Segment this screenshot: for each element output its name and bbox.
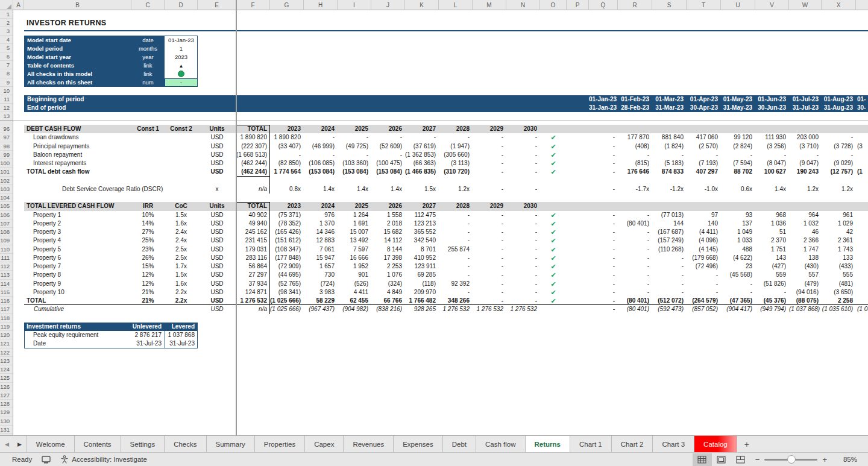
cell-S97[interactable]: 881 840 [652, 133, 687, 142]
cell-J101[interactable]: (153 084) [371, 168, 405, 176]
cell-I99[interactable]: - [338, 151, 371, 159]
cell-L98[interactable]: (1 947) [439, 142, 473, 151]
cell-X101[interactable]: (12 757) [822, 168, 856, 176]
cell-D106[interactable]: 1.5x [165, 211, 198, 219]
cell-U109[interactable]: 1 033 [721, 236, 755, 245]
tab-revenues[interactable]: Revenues [344, 436, 394, 452]
cell-U100[interactable]: (7 594) [721, 159, 755, 168]
cell-J100[interactable]: (100 475) [371, 159, 405, 168]
row-header-10[interactable]: 10 [0, 87, 13, 95]
cell-U103[interactable]: 0.6x [721, 185, 755, 194]
cell-R112[interactable]: - [618, 262, 652, 271]
cell-J113[interactable]: 1 076 [371, 271, 405, 279]
cell-L100[interactable]: (3 113) [439, 159, 473, 168]
cell-R98[interactable]: (408) [618, 142, 652, 151]
cell-H110[interactable]: 7 061 [304, 245, 338, 254]
cell-E103[interactable]: x [198, 185, 236, 194]
cell-R101[interactable]: 176 646 [618, 168, 652, 176]
row-header-6[interactable]: 6 [0, 52, 13, 61]
cell-N108[interactable]: - [506, 228, 540, 236]
row-label-98[interactable]: Principal repayments [33, 142, 89, 151]
cell-I114[interactable]: (526) [338, 280, 371, 288]
cell-M114[interactable]: - [473, 280, 506, 288]
cell-Q97[interactable]: - [589, 133, 618, 142]
cell-N105[interactable]: 2030 [506, 202, 540, 210]
cell-D112[interactable]: 1.7x [165, 262, 198, 271]
row-header-8[interactable]: 8 [0, 69, 13, 78]
cell-N100[interactable]: - [506, 159, 540, 168]
cell-S103[interactable]: -1.2x [652, 185, 687, 194]
cell-I97[interactable]: - [338, 133, 371, 142]
cell-K96[interactable]: 2027 [405, 125, 439, 133]
cell-G103[interactable]: 0.8x [270, 185, 304, 194]
cell-M116[interactable]: - [473, 297, 506, 305]
row-header-12[interactable]: 12 [0, 104, 13, 112]
row-header-4[interactable]: 4 [0, 36, 13, 44]
cell-K99[interactable]: (1 362 853) [405, 151, 439, 159]
column-header-M[interactable]: M [473, 0, 506, 10]
row-label-115[interactable]: Property 10 [33, 288, 64, 297]
cell-E101[interactable]: USD [198, 168, 236, 176]
cell-W112[interactable]: (430) [789, 262, 822, 271]
debt-section-const1-header[interactable]: Const 1 [131, 125, 165, 133]
row-header-104[interactable]: 104 [0, 194, 13, 202]
cell-V115[interactable]: - [755, 288, 789, 297]
cell-R115[interactable]: - [618, 288, 652, 297]
cell-L111[interactable]: - [439, 254, 473, 262]
row-header-122[interactable]: 122 [0, 348, 13, 357]
cell-T103[interactable]: -1.0x [687, 185, 721, 194]
row-label-117[interactable]: Cumulative [34, 305, 64, 313]
cell-X112[interactable]: (433) [822, 262, 856, 271]
cell-S109[interactable]: (157 249) [652, 236, 687, 245]
cell-G114[interactable]: (52 765) [270, 280, 304, 288]
cell-T12[interactable]: 30-Apr-23 [687, 104, 721, 112]
row-header-2[interactable]: 2 [0, 19, 13, 27]
cell-Q111[interactable]: - [589, 254, 618, 262]
cell-W99[interactable]: - [789, 151, 822, 159]
zoom-in-button[interactable]: + [817, 455, 832, 464]
cell-K110[interactable]: 8 701 [405, 245, 439, 254]
column-header-R[interactable]: R [618, 0, 652, 10]
cell-G115[interactable]: (98 341) [270, 288, 304, 297]
cell-I112[interactable]: 1 952 [338, 262, 371, 271]
cell-N114[interactable]: - [506, 280, 540, 288]
cell-O107[interactable]: ✔ [540, 219, 567, 228]
cell-T109[interactable]: (4 096) [687, 236, 721, 245]
cell-E108[interactable]: USD [198, 228, 236, 236]
cell-I98[interactable]: (49 725) [338, 142, 371, 151]
column-header-K[interactable]: K [405, 0, 439, 10]
cell-L103[interactable]: 1.2x [439, 185, 473, 194]
info-label-2[interactable]: Model start year [27, 53, 71, 61]
page-layout-view-button[interactable] [712, 453, 731, 466]
cell-M96[interactable]: 2029 [473, 125, 506, 133]
cell-J106[interactable]: 1 558 [371, 211, 405, 219]
row-header-1[interactable]: 1 [0, 10, 13, 19]
cell-D115[interactable]: 2.2x [165, 288, 198, 297]
cell-G100[interactable]: (82 850) [270, 159, 304, 168]
tab-chart-2[interactable]: Chart 2 [612, 436, 653, 452]
row-header-119[interactable]: 119 [0, 323, 13, 331]
cell-K106[interactable]: 112 475 [405, 211, 439, 219]
cell-E112[interactable]: USD [198, 262, 236, 271]
cell-S113[interactable]: - [652, 271, 687, 279]
cell-N109[interactable]: - [506, 236, 540, 245]
cell-R12[interactable]: 28-Feb-23 [618, 104, 652, 112]
cell-U114[interactable]: - [721, 280, 755, 288]
cell-L105[interactable]: 2028 [439, 202, 473, 210]
cell-C108[interactable]: 27% [131, 228, 165, 236]
cell-Q114[interactable]: - [589, 280, 618, 288]
cell-W114[interactable]: (479) [789, 280, 822, 288]
cell-J98[interactable]: (52 609) [371, 142, 405, 151]
cell-N99[interactable]: - [506, 151, 540, 159]
cell-G106[interactable]: (75 371) [270, 211, 304, 219]
cell-W116[interactable]: (88 075) [789, 297, 822, 305]
cell-T98[interactable]: (2 570) [687, 142, 721, 151]
info-type-4[interactable]: link [131, 70, 165, 78]
row-header-100[interactable]: 100 [0, 159, 13, 168]
cell-R110[interactable]: - [618, 245, 652, 254]
cell-W117[interactable]: (1 037 868) [789, 305, 822, 313]
cell-O99[interactable]: ✔ [540, 151, 567, 159]
cell-H106[interactable]: 976 [304, 211, 338, 219]
cell-E110[interactable]: USD [198, 245, 236, 254]
green-status-circle-icon[interactable] [178, 71, 184, 77]
